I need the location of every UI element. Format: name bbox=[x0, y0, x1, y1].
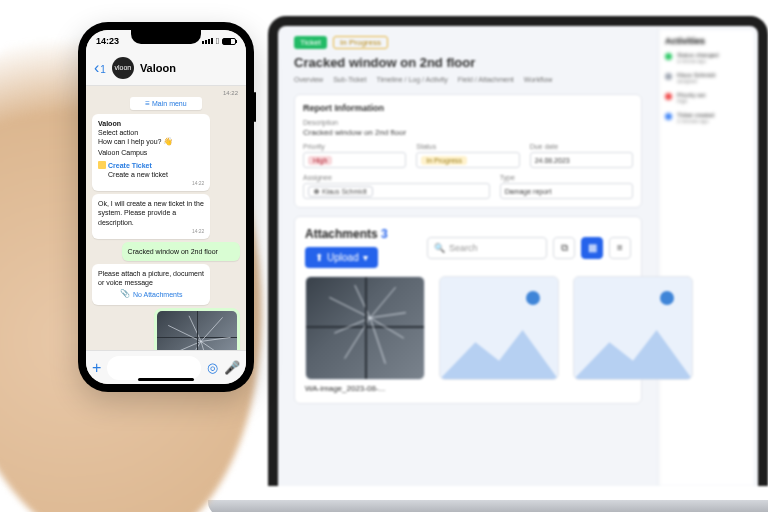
microphone-button[interactable]: 🎤 bbox=[224, 360, 240, 375]
cracked-window-photo bbox=[157, 311, 237, 350]
ticket-icon bbox=[98, 161, 106, 169]
status-dot-icon bbox=[665, 73, 672, 80]
attachment-caption: WA-image_2023-08-... bbox=[305, 384, 425, 393]
attachment-thumbnail-placeholder bbox=[573, 276, 693, 380]
attach-plus-button[interactable]: + bbox=[92, 359, 101, 377]
paperclip-icon: 📎 bbox=[120, 289, 130, 299]
phone-side-button bbox=[254, 92, 256, 122]
status-time: 14:23 bbox=[96, 36, 119, 46]
bot-ack-bubble: Ok, I will create a new ticket in the sy… bbox=[92, 194, 210, 239]
laptop-screen: Activities Status changeda minute ago Kl… bbox=[268, 16, 768, 486]
create-ticket-action[interactable]: Create Ticket bbox=[98, 161, 204, 170]
camera-button[interactable]: ◎ bbox=[207, 360, 218, 375]
tab-field[interactable]: Field / Attachment bbox=[458, 76, 514, 86]
bot-welcome-bubble: Valoon Select action How can I help you?… bbox=[92, 114, 210, 191]
tab-workflow[interactable]: Workflow bbox=[524, 76, 553, 86]
list-view-button[interactable]: ≡ bbox=[609, 237, 631, 259]
status-dot-icon bbox=[665, 53, 672, 60]
phone-notch bbox=[131, 30, 201, 44]
ticket-title: Cracked window on 2nd floor bbox=[294, 55, 642, 70]
sun-icon bbox=[660, 291, 674, 305]
description-value: Cracked window on 2nd floor bbox=[303, 128, 633, 137]
main-menu-pill[interactable]: ≡ Main menu bbox=[130, 97, 202, 110]
list-icon: ≡ bbox=[617, 242, 623, 253]
report-info-title: Report Information bbox=[303, 103, 633, 113]
sun-icon bbox=[526, 291, 540, 305]
chat-body[interactable]: 14:22 ≡ Main menu Valoon Select action H… bbox=[86, 86, 246, 350]
battery-icon bbox=[222, 38, 236, 45]
activity-item: Status changeda minute ago bbox=[665, 52, 748, 64]
home-indicator bbox=[138, 378, 194, 381]
upload-icon: ⬆ bbox=[315, 252, 323, 263]
status-select[interactable]: In Progress bbox=[416, 152, 519, 168]
activity-item: Klaus Schmidtassigned bbox=[665, 72, 748, 84]
status-dot-icon bbox=[665, 93, 672, 100]
laptop-base bbox=[208, 500, 768, 512]
tab-sub[interactable]: Sub-Ticket bbox=[333, 76, 366, 86]
chevron-down-icon: ▾ bbox=[363, 252, 368, 263]
tab-timeline[interactable]: Timeline / Log / Activity bbox=[376, 76, 447, 86]
due-date-input[interactable]: 24.08.2023 bbox=[530, 152, 633, 168]
wave-emoji-icon: 👋 bbox=[163, 137, 173, 146]
avatar-dot-icon bbox=[314, 189, 319, 194]
activity-item: Ticket created2 minutes ago bbox=[665, 112, 748, 124]
attachments-card: Attachments 3 ⬆ Upload ▾ 🔍 Searc bbox=[294, 216, 642, 404]
phone-frame: 14:23 􀙇 ‹1 vloon Valoon 14:22 ≡ Main men… bbox=[78, 22, 254, 392]
filter-icon: ⧉ bbox=[561, 242, 568, 254]
laptop-frame: Activities Status changeda minute ago Kl… bbox=[238, 16, 768, 512]
phone-screen: 14:23 􀙇 ‹1 vloon Valoon 14:22 ≡ Main men… bbox=[86, 30, 246, 384]
mountain-icon bbox=[574, 318, 692, 379]
ticket-badge: Ticket bbox=[294, 36, 327, 49]
back-button[interactable]: ‹1 bbox=[94, 59, 106, 77]
wifi-icon: 􀙇 bbox=[216, 36, 219, 46]
type-select[interactable]: Damage report bbox=[500, 183, 633, 199]
attachments-count: 3 bbox=[381, 227, 388, 241]
bot-attach-prompt-bubble: Please attach a picture, document or voi… bbox=[92, 264, 210, 305]
user-description-bubble: Cracked window on 2nd floor bbox=[122, 242, 240, 261]
ticket-status-bar: Ticket In Progress bbox=[294, 36, 642, 49]
chat-contact-name[interactable]: Valoon bbox=[140, 62, 176, 74]
crack-illustration-icon bbox=[157, 311, 237, 350]
crack-illustration-icon bbox=[306, 277, 424, 379]
upload-button[interactable]: ⬆ Upload ▾ bbox=[305, 247, 378, 268]
signal-icon bbox=[202, 38, 213, 44]
mountain-icon bbox=[440, 318, 558, 379]
ticket-tabs: Overview Sub-Ticket Timeline / Log / Act… bbox=[294, 76, 642, 86]
activity-item: Priority setHigh bbox=[665, 92, 748, 104]
user-image-bubble[interactable] bbox=[154, 308, 240, 350]
attachment-thumbnail-placeholder bbox=[439, 276, 559, 380]
priority-select[interactable]: High bbox=[303, 152, 406, 168]
status-dot-icon bbox=[665, 113, 672, 120]
avatar[interactable]: vloon bbox=[112, 57, 134, 79]
attachments-search[interactable]: 🔍 Search bbox=[427, 237, 547, 259]
message-input[interactable] bbox=[107, 356, 201, 380]
description-label: Description bbox=[303, 119, 633, 126]
report-info-card: Report Information Description Cracked w… bbox=[294, 94, 642, 208]
filter-button[interactable]: ⧉ bbox=[553, 237, 575, 259]
grid-view-button[interactable]: ▦ bbox=[581, 237, 603, 259]
attachment-item[interactable]: WA-image_2023-08-... bbox=[305, 276, 425, 393]
no-attachments-action[interactable]: 📎 No Attachments bbox=[98, 289, 204, 299]
menu-icon: ≡ bbox=[145, 99, 150, 108]
attachment-thumbnail bbox=[305, 276, 425, 380]
attachment-item[interactable] bbox=[439, 276, 559, 393]
search-icon: 🔍 bbox=[434, 243, 445, 253]
grid-icon: ▦ bbox=[588, 242, 597, 253]
activity-sidebar: Activities Status changeda minute ago Kl… bbox=[658, 30, 754, 486]
assignee-select[interactable]: Klaus Schmidt bbox=[303, 183, 490, 199]
attachments-title: Attachments bbox=[305, 227, 378, 241]
progress-badge: In Progress bbox=[333, 36, 388, 49]
chat-timestamp: 14:22 bbox=[94, 90, 238, 96]
chat-header: ‹1 vloon Valoon bbox=[86, 50, 246, 86]
activities-title: Activities bbox=[665, 36, 748, 46]
attachment-item[interactable] bbox=[573, 276, 693, 393]
tab-overview[interactable]: Overview bbox=[294, 76, 323, 86]
